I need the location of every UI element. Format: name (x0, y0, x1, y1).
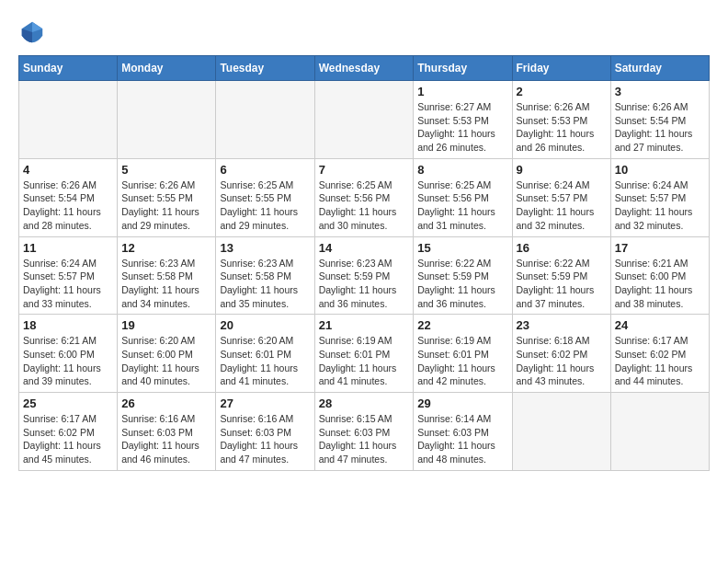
calendar-week-1: 1 Sunrise: 6:27 AM Sunset: 5:53 PM Dayli… (19, 81, 710, 159)
calendar-cell (118, 81, 216, 159)
day-info: Sunrise: 6:22 AM Sunset: 5:59 PM Dayligh… (417, 257, 507, 311)
day-number: 2 (517, 85, 607, 98)
calendar-cell: 6 Sunrise: 6:25 AM Sunset: 5:55 PM Dayli… (216, 158, 314, 236)
day-header-wednesday: Wednesday (314, 56, 414, 81)
calendar-week-3: 11 Sunrise: 6:24 AM Sunset: 5:57 PM Dayl… (19, 236, 710, 315)
day-number: 28 (319, 396, 410, 410)
day-number: 10 (615, 163, 705, 177)
calendar-cell: 29 Sunrise: 6:14 AM Sunset: 6:03 PM Dayl… (414, 393, 512, 471)
calendar-cell: 12 Sunrise: 6:23 AM Sunset: 5:58 PM Dayl… (118, 236, 216, 315)
day-number: 18 (23, 318, 113, 332)
calendar-cell: 25 Sunrise: 6:17 AM Sunset: 6:02 PM Dayl… (19, 393, 118, 471)
day-info: Sunrise: 6:26 AM Sunset: 5:55 PM Dayligh… (121, 178, 211, 233)
calendar-cell: 4 Sunrise: 6:26 AM Sunset: 5:54 PM Dayli… (19, 158, 118, 236)
day-info: Sunrise: 6:23 AM Sunset: 5:58 PM Dayligh… (121, 257, 211, 311)
day-info: Sunrise: 6:25 AM Sunset: 5:56 PM Dayligh… (417, 178, 507, 233)
calendar-cell (19, 81, 118, 159)
day-info: Sunrise: 6:15 AM Sunset: 6:03 PM Dayligh… (319, 412, 410, 466)
day-number: 20 (220, 318, 310, 332)
calendar-cell: 22 Sunrise: 6:19 AM Sunset: 6:01 PM Dayl… (414, 315, 512, 393)
day-number: 13 (220, 241, 310, 255)
day-info: Sunrise: 6:16 AM Sunset: 6:03 PM Dayligh… (121, 412, 211, 466)
day-number: 6 (220, 163, 310, 177)
day-info: Sunrise: 6:27 AM Sunset: 5:53 PM Dayligh… (417, 100, 507, 155)
calendar-cell: 26 Sunrise: 6:16 AM Sunset: 6:03 PM Dayl… (118, 393, 216, 471)
calendar-header-row: SundayMondayTuesdayWednesdayThursdayFrid… (19, 56, 710, 81)
day-number: 17 (615, 241, 705, 255)
day-info: Sunrise: 6:17 AM Sunset: 6:02 PM Dayligh… (23, 412, 113, 466)
day-info: Sunrise: 6:16 AM Sunset: 6:03 PM Dayligh… (220, 412, 310, 466)
calendar-cell: 7 Sunrise: 6:25 AM Sunset: 5:56 PM Dayli… (314, 158, 414, 236)
day-number: 24 (615, 318, 705, 332)
calendar-cell: 20 Sunrise: 6:20 AM Sunset: 6:01 PM Dayl… (216, 315, 314, 393)
day-number: 12 (121, 241, 211, 255)
day-info: Sunrise: 6:18 AM Sunset: 6:02 PM Dayligh… (517, 334, 607, 388)
calendar-cell: 8 Sunrise: 6:25 AM Sunset: 5:56 PM Dayli… (414, 158, 512, 236)
day-number: 1 (417, 85, 507, 98)
calendar-cell: 10 Sunrise: 6:24 AM Sunset: 5:57 PM Dayl… (610, 158, 709, 236)
day-number: 19 (121, 318, 211, 332)
day-number: 22 (417, 318, 507, 332)
day-info: Sunrise: 6:26 AM Sunset: 5:54 PM Dayligh… (615, 100, 705, 155)
calendar-cell (610, 393, 709, 471)
logo-icon (18, 18, 46, 46)
day-header-friday: Friday (512, 56, 610, 81)
day-header-tuesday: Tuesday (216, 56, 314, 81)
day-number: 8 (417, 163, 507, 177)
day-info: Sunrise: 6:20 AM Sunset: 6:00 PM Dayligh… (121, 334, 211, 388)
day-info: Sunrise: 6:14 AM Sunset: 6:03 PM Dayligh… (417, 412, 507, 466)
day-info: Sunrise: 6:20 AM Sunset: 6:01 PM Dayligh… (220, 334, 310, 388)
day-number: 21 (319, 318, 410, 332)
day-number: 29 (417, 396, 507, 410)
day-info: Sunrise: 6:23 AM Sunset: 5:59 PM Dayligh… (319, 257, 410, 311)
day-number: 23 (517, 318, 607, 332)
calendar-cell: 2 Sunrise: 6:26 AM Sunset: 5:53 PM Dayli… (512, 81, 610, 159)
day-number: 3 (615, 85, 705, 98)
calendar-week-5: 25 Sunrise: 6:17 AM Sunset: 6:02 PM Dayl… (19, 393, 710, 471)
calendar-cell: 17 Sunrise: 6:21 AM Sunset: 6:00 PM Dayl… (610, 236, 709, 315)
calendar-cell (512, 393, 610, 471)
day-info: Sunrise: 6:25 AM Sunset: 5:55 PM Dayligh… (220, 178, 310, 233)
logo (18, 18, 50, 46)
day-info: Sunrise: 6:25 AM Sunset: 5:56 PM Dayligh… (319, 178, 410, 233)
calendar-cell: 9 Sunrise: 6:24 AM Sunset: 5:57 PM Dayli… (512, 158, 610, 236)
calendar-cell: 28 Sunrise: 6:15 AM Sunset: 6:03 PM Dayl… (314, 393, 414, 471)
day-info: Sunrise: 6:24 AM Sunset: 5:57 PM Dayligh… (615, 178, 705, 233)
day-header-saturday: Saturday (610, 56, 709, 81)
day-number: 7 (319, 163, 410, 177)
page-header (18, 18, 710, 46)
calendar-cell: 15 Sunrise: 6:22 AM Sunset: 5:59 PM Dayl… (414, 236, 512, 315)
day-info: Sunrise: 6:23 AM Sunset: 5:58 PM Dayligh… (220, 257, 310, 311)
day-info: Sunrise: 6:24 AM Sunset: 5:57 PM Dayligh… (23, 257, 113, 311)
day-number: 25 (23, 396, 113, 410)
day-number: 11 (23, 241, 113, 255)
calendar-week-4: 18 Sunrise: 6:21 AM Sunset: 6:00 PM Dayl… (19, 315, 710, 393)
calendar-cell (314, 81, 414, 159)
day-number: 26 (121, 396, 211, 410)
calendar-table: SundayMondayTuesdayWednesdayThursdayFrid… (18, 55, 710, 471)
calendar-cell: 21 Sunrise: 6:19 AM Sunset: 6:01 PM Dayl… (314, 315, 414, 393)
day-info: Sunrise: 6:26 AM Sunset: 5:53 PM Dayligh… (517, 100, 607, 155)
calendar-cell: 14 Sunrise: 6:23 AM Sunset: 5:59 PM Dayl… (314, 236, 414, 315)
day-info: Sunrise: 6:24 AM Sunset: 5:57 PM Dayligh… (517, 178, 607, 233)
day-number: 27 (220, 396, 310, 410)
day-number: 5 (121, 163, 211, 177)
calendar-cell: 27 Sunrise: 6:16 AM Sunset: 6:03 PM Dayl… (216, 393, 314, 471)
day-number: 16 (517, 241, 607, 255)
day-number: 4 (23, 163, 113, 177)
calendar-cell (216, 81, 314, 159)
calendar-cell: 24 Sunrise: 6:17 AM Sunset: 6:02 PM Dayl… (610, 315, 709, 393)
day-info: Sunrise: 6:21 AM Sunset: 6:00 PM Dayligh… (615, 257, 705, 311)
day-header-thursday: Thursday (414, 56, 512, 81)
calendar-cell: 18 Sunrise: 6:21 AM Sunset: 6:00 PM Dayl… (19, 315, 118, 393)
calendar-cell: 3 Sunrise: 6:26 AM Sunset: 5:54 PM Dayli… (610, 81, 709, 159)
calendar-cell: 11 Sunrise: 6:24 AM Sunset: 5:57 PM Dayl… (19, 236, 118, 315)
calendar-cell: 16 Sunrise: 6:22 AM Sunset: 5:59 PM Dayl… (512, 236, 610, 315)
day-header-sunday: Sunday (19, 56, 118, 81)
day-info: Sunrise: 6:19 AM Sunset: 6:01 PM Dayligh… (417, 334, 507, 388)
day-info: Sunrise: 6:17 AM Sunset: 6:02 PM Dayligh… (615, 334, 705, 388)
day-info: Sunrise: 6:19 AM Sunset: 6:01 PM Dayligh… (319, 334, 410, 388)
day-info: Sunrise: 6:21 AM Sunset: 6:00 PM Dayligh… (23, 334, 113, 388)
day-info: Sunrise: 6:26 AM Sunset: 5:54 PM Dayligh… (23, 178, 113, 233)
day-header-monday: Monday (118, 56, 216, 81)
